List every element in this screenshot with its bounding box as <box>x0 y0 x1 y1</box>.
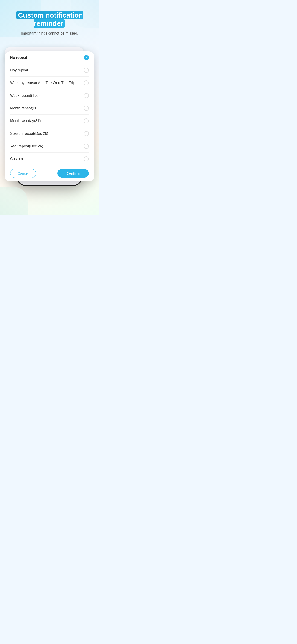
radio-month-repeat <box>84 106 89 111</box>
header-section: Custom notification reminder Important t… <box>0 0 99 41</box>
option-season-repeat-label: Season repeat(Dec 26) <box>10 132 48 136</box>
option-custom-label: Custom <box>10 157 23 161</box>
option-day-repeat-label: Day repeat <box>10 68 28 72</box>
option-year-repeat-label: Year repeat(Dec 26) <box>10 144 43 148</box>
option-season-repeat[interactable]: Season repeat(Dec 26) <box>4 127 94 140</box>
option-workday-repeat[interactable]: Workday repeat(Mon,Tue,Wed,Thu,Fri) <box>4 77 94 89</box>
option-no-repeat[interactable]: No repeat <box>4 51 94 64</box>
radio-day-repeat <box>84 68 89 73</box>
radio-custom <box>84 156 89 162</box>
option-month-last-day-label: Month last day(31) <box>10 119 41 123</box>
page-wrapper: Custom notification reminder Important t… <box>0 0 99 215</box>
title-highlight: Custom notification reminder <box>16 11 83 28</box>
main-title: Custom notification reminder <box>6 11 94 28</box>
radio-year-repeat <box>84 144 89 149</box>
modal-container: No repeat Day repeat Workday repeat(Mon,… <box>4 51 94 182</box>
option-no-repeat-label: No repeat <box>10 56 27 60</box>
option-month-last-day[interactable]: Month last day(31) <box>4 115 94 127</box>
option-month-repeat[interactable]: Month repeat(26) <box>4 102 94 114</box>
option-week-repeat-label: Week repeat(Tue) <box>10 94 40 98</box>
option-custom[interactable]: Custom <box>4 153 94 165</box>
radio-week-repeat <box>84 93 89 98</box>
modal-buttons: Cancel Confirm <box>4 165 94 180</box>
repeat-modal: No repeat Day repeat Workday repeat(Mon,… <box>4 51 94 182</box>
option-week-repeat[interactable]: Week repeat(Tue) <box>4 89 94 102</box>
option-month-repeat-label: Month repeat(26) <box>10 106 38 110</box>
subtitle: Important things cannot be missed. <box>6 31 94 36</box>
radio-workday-repeat <box>84 80 89 86</box>
radio-month-last-day <box>84 118 89 124</box>
option-workday-repeat-label: Workday repeat(Mon,Tue,Wed,Thu,Fri) <box>10 81 74 85</box>
radio-season-repeat <box>84 131 89 136</box>
option-day-repeat[interactable]: Day repeat <box>4 64 94 76</box>
phone-area: CalendarTask Go to the movies now 15:27 <box>0 41 99 195</box>
confirm-button[interactable]: Confirm <box>57 169 89 178</box>
radio-no-repeat <box>84 55 89 60</box>
option-year-repeat[interactable]: Year repeat(Dec 26) <box>4 140 94 152</box>
cancel-button[interactable]: Cancel <box>10 169 36 178</box>
blob-bottom-left <box>0 187 28 215</box>
